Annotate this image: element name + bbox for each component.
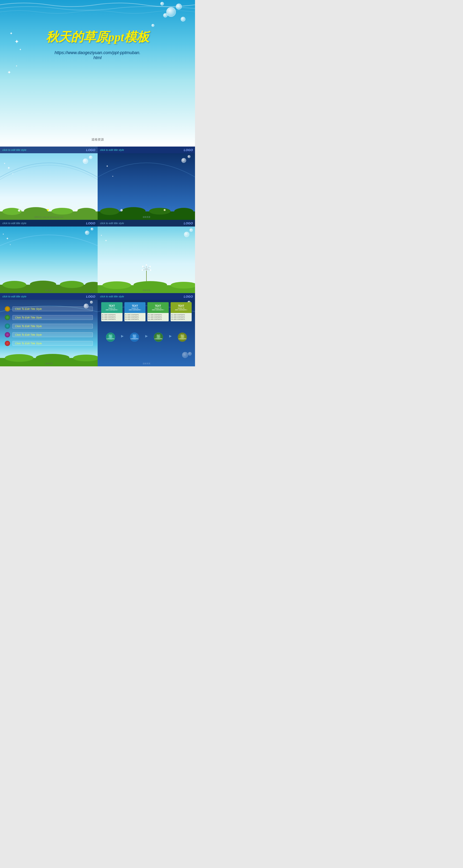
- slide1-watermark: 道格资源: [91, 137, 104, 142]
- slide1-subtitle: https://www.daogeziyuan.com/ppt-pptmuban…: [0, 50, 195, 60]
- sparkle-s4-1: ✦: [6, 237, 9, 240]
- slide-7: click to edit title style LOGO TEXT CLIC…: [98, 293, 195, 366]
- sparkle-s5-2: ✦: [100, 234, 102, 237]
- slide1-title: 秋天的草原ppt模板: [0, 29, 195, 45]
- box-bottom-2: 01. ADD CONTENTS02. ADD CONTENTS03. ADD …: [125, 313, 146, 321]
- svg-line-24: [143, 267, 146, 269]
- bullet-4: [5, 332, 10, 337]
- arrow-2: ▶: [145, 334, 148, 338]
- box-label-2: TEXT: [132, 304, 138, 307]
- slide2-watermark: 道格办公 www.daogibangong.com: [34, 216, 63, 218]
- slide5-header: click to edit title style LOGO: [98, 220, 195, 226]
- box-label-3: TEXT: [155, 304, 161, 307]
- list-text-2: Click To Edit Title Style: [12, 315, 93, 320]
- sparkle-s2-3: ✦: [12, 173, 14, 175]
- svg-point-25: [142, 266, 143, 267]
- box-sublabel-2: CLICK TOADD CONTENTS !: [129, 307, 141, 311]
- sparkle-4: ✦: [7, 69, 11, 75]
- slide6-list: Click To Edit Title Style Click To Edit …: [5, 306, 93, 349]
- bubble-s2-2: [89, 156, 92, 159]
- list-text-4: Click To Edit Title Style: [12, 332, 93, 337]
- svg-point-7: [75, 209, 78, 211]
- slide4-arc: [0, 226, 98, 250]
- svg-point-31: [150, 269, 151, 271]
- circle-box-1: TEXTADDCONTENTS: [101, 333, 120, 342]
- box-top-2: TEXT CLICK TOADD CONTENTS !: [125, 302, 146, 313]
- bubble-s5-1: [184, 232, 189, 237]
- sparkle-5: ✦: [15, 65, 18, 67]
- slide7-circles: TEXTADDCONTENTS ▶ TEXTADDCONTENTS ▶ TEXT…: [101, 333, 192, 342]
- svg-point-33: [102, 281, 131, 289]
- circle-box-2: TEXTADDCONTENTS: [125, 333, 143, 342]
- bubble-s4-2: [91, 228, 93, 230]
- sparkle-s5-1: ✦: [105, 239, 107, 242]
- circle-2: TEXTADDCONTENTS: [130, 333, 139, 342]
- bubble-s3-1: [181, 158, 186, 163]
- slide6-header-logo: LOGO: [86, 295, 95, 298]
- slide3-header-title: click to edit title style: [100, 149, 124, 151]
- circle-box-3: TEXTADDCONTENTS: [149, 333, 168, 342]
- list-item-3: Click To Edit Title Style: [5, 323, 93, 329]
- slide5-header-logo: LOGO: [184, 221, 193, 225]
- box-top-3: TEXT CLICK TOADD CONTENTS !: [147, 302, 169, 313]
- svg-point-17: [30, 281, 56, 288]
- slide-4: click to edit title style LOGO ✦ ✦ ✦ 道格资…: [0, 220, 98, 293]
- bubble-s3-2: [188, 155, 191, 158]
- box-label-4: TEXT: [178, 304, 184, 307]
- svg-line-30: [146, 269, 150, 270]
- slide-3: click to edit title style LOGO ✦ ✦ 道格资源: [98, 147, 195, 220]
- bullet-3: [5, 323, 10, 329]
- slide2-header: click to edit title style LOGO: [0, 147, 98, 153]
- box-bottom-4: 01. ADD CONTENTS02. ADD CONTENTS03. ADD …: [171, 313, 192, 321]
- slide7-header-logo: LOGO: [184, 295, 193, 298]
- bubble-4: [160, 2, 164, 5]
- svg-point-13: [120, 209, 123, 211]
- bullet-5: [5, 341, 10, 346]
- svg-point-37: [5, 354, 33, 362]
- slide2-arc: [0, 153, 98, 182]
- svg-point-2: [24, 207, 48, 215]
- slide4-header-logo: LOGO: [86, 221, 95, 225]
- sparkle-s2-2: ✦: [4, 162, 5, 165]
- content-box-3: TEXT CLICK TOADD CONTENTS ! 01. ADD CONT…: [147, 302, 169, 321]
- sparkle-s4-2: ✦: [2, 233, 4, 236]
- box-top-4: TEXT CLICK TOADD CONTENTS !: [171, 302, 192, 313]
- svg-point-34: [134, 281, 167, 288]
- slide3-arc: [98, 153, 195, 182]
- svg-point-29: [142, 269, 143, 271]
- svg-point-14: [164, 209, 166, 211]
- slide6-header-title: click to edit title style: [2, 295, 26, 298]
- slide-6: click to edit title style LOGO Click To …: [0, 293, 98, 366]
- sparkle-s3-1: ✦: [106, 164, 108, 168]
- slide3-header-logo: LOGO: [184, 148, 193, 152]
- slide4-watermark: 道格资源: [45, 289, 53, 292]
- box-sublabel-1: CLICK TOADD CONTENTS !: [106, 307, 118, 311]
- slide-1: ✦ ✦ ✦ ✦ ✦ 秋天的草原ppt模板 https://www.daogezi…: [0, 0, 195, 147]
- slide6-header: click to edit title style LOGO: [0, 293, 98, 300]
- slide7-header: click to edit title style LOGO: [98, 293, 195, 300]
- bubble-s4-1: [85, 230, 89, 235]
- slide2-header-logo: LOGO: [86, 148, 95, 152]
- svg-point-23: [146, 265, 147, 266]
- slide4-header-title: click to edit title style: [2, 222, 26, 225]
- circle-1: TEXTADDCONTENTS: [106, 333, 115, 342]
- slide5-watermark: 道格资源: [143, 289, 150, 292]
- slide-2: click to edit title style LOGO ✦ ✦ ✦: [0, 147, 98, 220]
- list-item-2: Click To Edit Title Style: [5, 315, 93, 320]
- bubble-s7-3: [182, 352, 188, 358]
- circle-text-3: TEXTADDCONTENTS: [155, 335, 162, 340]
- svg-line-28: [143, 269, 146, 270]
- bubble-s6-2: [90, 301, 93, 304]
- sparkle-s2-1: ✦: [7, 166, 10, 170]
- svg-point-9: [100, 208, 119, 215]
- box-bottom-1: 01. ADD CONTENTS02. ADD CONTENTS03. ADD …: [101, 313, 123, 321]
- slide6-watermark: 道格资源: [45, 362, 53, 365]
- bubble-5: [180, 17, 186, 22]
- bubble-2: [176, 4, 182, 9]
- sparkle-s4-3: ✦: [9, 244, 11, 246]
- slide7-header-title: click to edit title style: [100, 295, 124, 298]
- slide-5: click to edit title style LOGO ✦ ✦: [98, 220, 195, 293]
- svg-point-6: [47, 209, 49, 211]
- circle-3: TEXTADDCONTENTS: [154, 333, 163, 342]
- circle-4: TEXTADDCONTENTS: [178, 333, 187, 342]
